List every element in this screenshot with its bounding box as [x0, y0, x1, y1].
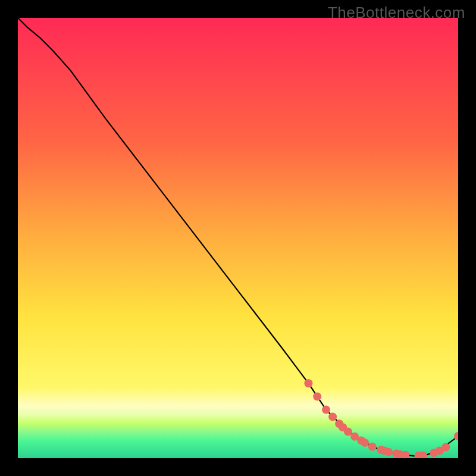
highlight-marker [368, 443, 377, 451]
gradient-background [18, 18, 458, 458]
highlight-marker [361, 439, 369, 447]
highlight-marker [322, 406, 330, 414]
highlight-marker [441, 443, 450, 452]
bottleneck-chart [18, 18, 458, 458]
watermark-text: TheBottleneck.com [328, 4, 465, 22]
highlight-marker [313, 392, 321, 400]
highlight-marker [384, 448, 393, 456]
highlight-marker [304, 379, 312, 387]
highlight-marker [328, 412, 337, 421]
chart-viewport: TheBottleneck.com [0, 0, 476, 476]
